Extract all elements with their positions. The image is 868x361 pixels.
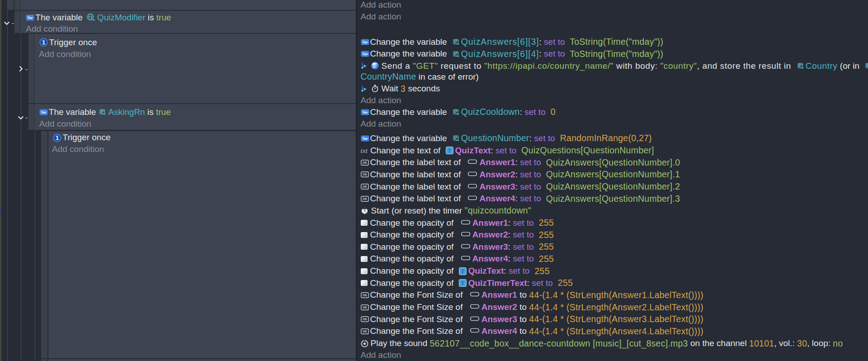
svg-text:1: 1 <box>42 39 45 46</box>
svg-text:1: 1 <box>55 134 58 141</box>
svg-text:Var: Var <box>362 110 368 114</box>
svg-text:OK: OK <box>363 306 367 309</box>
svg-text:T: T <box>461 280 464 286</box>
svg-text:T: T <box>448 147 451 154</box>
svg-text:Var: Var <box>362 40 368 44</box>
svg-text:OK: OK <box>363 197 367 200</box>
svg-text:OK: OK <box>363 161 367 164</box>
svg-text:OK: OK <box>363 318 367 321</box>
svg-text:T: T <box>461 268 464 275</box>
svg-text:Var: Var <box>41 110 47 114</box>
svg-text:OK: OK <box>363 185 367 188</box>
svg-text:Var: Var <box>362 136 368 141</box>
svg-text:OK: OK <box>363 330 367 333</box>
svg-text:Var: Var <box>28 15 33 20</box>
svg-text:OK: OK <box>363 173 367 176</box>
svg-text:OK: OK <box>363 294 367 297</box>
svg-text:Var: Var <box>362 52 368 57</box>
